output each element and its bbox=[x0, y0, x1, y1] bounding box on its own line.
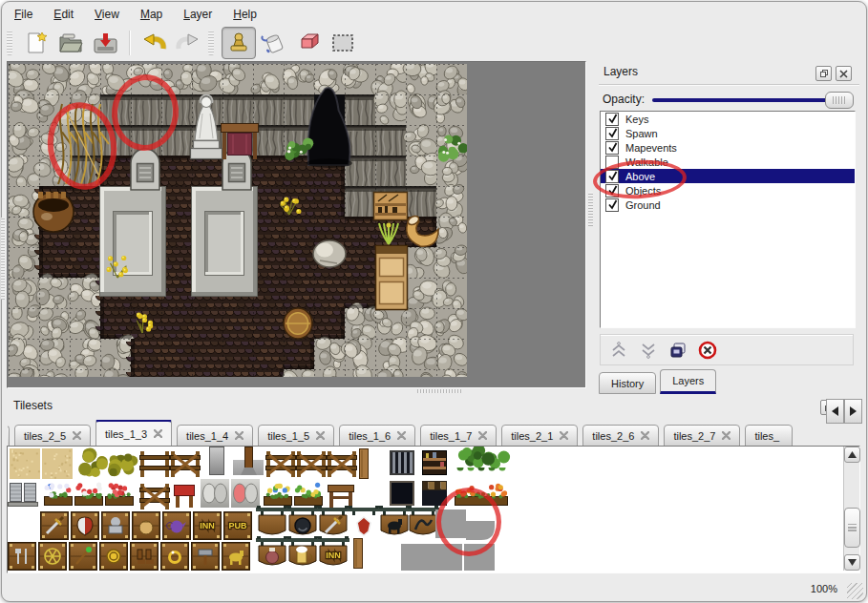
tilesets-panel: Tilesets tiles_2_5tiles_1_3tiles_1_4tile… bbox=[4, 395, 862, 574]
tileset-scrollbar[interactable] bbox=[843, 447, 859, 571]
layers-panel-float-button[interactable] bbox=[815, 66, 832, 81]
menu-mnemonic: M bbox=[140, 8, 150, 21]
close-tab-icon[interactable] bbox=[722, 431, 730, 440]
divider bbox=[599, 84, 859, 86]
layer-buttons-frame bbox=[600, 334, 854, 365]
redo-button[interactable] bbox=[172, 28, 204, 58]
layer-name-label: Mapevents bbox=[625, 142, 677, 154]
tileset-tab-label: tiles_2_1 bbox=[511, 430, 553, 442]
tileset-tab-tiles_1_3[interactable]: tiles_1_3 bbox=[95, 420, 172, 447]
layer-name-label: Keys bbox=[625, 114, 648, 125]
tileset-tab-tiles_1_6[interactable]: tiles_1_6 bbox=[339, 425, 415, 447]
close-tab-icon[interactable] bbox=[478, 431, 487, 440]
duplicate-layer-button[interactable] bbox=[667, 340, 688, 361]
open-map-button[interactable] bbox=[54, 28, 87, 58]
fill-tool-button[interactable] bbox=[258, 28, 290, 58]
open-folder-icon bbox=[57, 31, 84, 54]
menu-help[interactable]: Help bbox=[224, 5, 265, 24]
tileset-canvas[interactable] bbox=[8, 447, 842, 571]
close-tab-icon[interactable] bbox=[73, 431, 81, 440]
map-canvas[interactable] bbox=[9, 64, 467, 377]
splitter-grip bbox=[417, 389, 461, 393]
close-tab-icon[interactable] bbox=[641, 431, 649, 440]
left-edge-grip[interactable] bbox=[1, 218, 5, 300]
layer-row-ground[interactable]: Ground bbox=[601, 198, 855, 212]
layer-row-walkable[interactable]: Walkable bbox=[601, 155, 855, 169]
tileset-tab-tiles_2_5[interactable]: tiles_2_5 bbox=[14, 425, 91, 447]
save-map-button[interactable] bbox=[89, 28, 121, 58]
close-tab-icon[interactable] bbox=[154, 429, 162, 438]
layer-visibility-checkbox[interactable] bbox=[605, 113, 619, 126]
layer-visibility-checkbox[interactable] bbox=[605, 156, 619, 169]
opacity-label: Opacity: bbox=[603, 93, 645, 106]
menu-mnemonic: L bbox=[183, 8, 190, 21]
check-icon bbox=[607, 199, 618, 210]
tab-scroll-right-button[interactable] bbox=[844, 399, 862, 424]
toolbar bbox=[4, 27, 864, 59]
layer-row-spawn[interactable]: Spawn bbox=[601, 126, 855, 140]
panel-tab-history[interactable]: History bbox=[599, 372, 656, 394]
menu-map[interactable]: Map bbox=[132, 5, 171, 24]
move-layer-down-button[interactable] bbox=[638, 340, 659, 361]
menu-mnemonic: E bbox=[53, 8, 61, 21]
layer-row-above[interactable]: Above bbox=[601, 169, 855, 183]
layer-row-mapevents[interactable]: Mapevents bbox=[601, 140, 855, 155]
move-layer-up-button[interactable] bbox=[608, 340, 629, 361]
scroll-down-button[interactable] bbox=[844, 554, 860, 571]
layers-panel-close-button[interactable] bbox=[836, 66, 852, 81]
tileset-tab-tiles_2_6[interactable]: tiles_2_6 bbox=[582, 425, 659, 447]
menu-file[interactable]: File bbox=[6, 5, 41, 24]
close-tab-icon[interactable] bbox=[316, 431, 325, 440]
stamp-tool-button[interactable] bbox=[222, 27, 256, 59]
tileset-view bbox=[7, 446, 860, 573]
map-viewport bbox=[7, 61, 586, 388]
arrow-right-icon bbox=[850, 406, 857, 416]
menu-layer[interactable]: Layer bbox=[175, 5, 221, 24]
selection-icon bbox=[331, 33, 354, 52]
opacity-slider-handle[interactable] bbox=[825, 92, 854, 109]
tileset-tab-tiles_1_7[interactable]: tiles_1_7 bbox=[420, 425, 497, 447]
scrollbar-thumb[interactable] bbox=[844, 508, 860, 548]
toolbar-drag-handle[interactable] bbox=[208, 31, 214, 55]
splitter-grip bbox=[588, 192, 593, 226]
eraser-tool-button[interactable] bbox=[292, 28, 325, 58]
tileset-tab-tiles[interactable]: tiles_ bbox=[745, 425, 793, 447]
horizontal-splitter[interactable] bbox=[7, 387, 584, 395]
scroll-up-button[interactable] bbox=[844, 447, 860, 463]
vertical-splitter[interactable] bbox=[585, 61, 597, 386]
layer-visibility-checkbox[interactable] bbox=[605, 184, 619, 198]
close-tab-icon[interactable] bbox=[235, 431, 243, 440]
tab-scroll-left-button[interactable] bbox=[826, 399, 844, 424]
undo-button[interactable] bbox=[138, 28, 170, 58]
duplicate-icon bbox=[668, 341, 688, 360]
resize-grip[interactable] bbox=[847, 583, 863, 599]
opacity-slider[interactable] bbox=[652, 91, 854, 108]
layer-visibility-checkbox[interactable] bbox=[605, 141, 619, 155]
select-tool-button[interactable] bbox=[327, 28, 359, 58]
menu-mnemonic: F bbox=[14, 8, 21, 21]
tileset-tab-tiles_2_1[interactable]: tiles_2_1 bbox=[501, 425, 578, 447]
tileset-tab-tiles_1_4[interactable]: tiles_1_4 bbox=[177, 425, 253, 447]
check-icon bbox=[607, 114, 618, 124]
layer-row-objects[interactable]: Objects bbox=[601, 183, 855, 198]
stamp-icon bbox=[227, 31, 250, 54]
layer-visibility-checkbox[interactable] bbox=[605, 198, 619, 212]
tab-partial[interactable] bbox=[8, 426, 10, 447]
tileset-tab-tiles_1_5[interactable]: tiles_1_5 bbox=[258, 425, 334, 447]
undo-arrow-icon bbox=[140, 31, 167, 54]
tileset-tab-tiles_2_7[interactable]: tiles_2_7 bbox=[664, 425, 740, 447]
layer-visibility-checkbox[interactable] bbox=[605, 127, 619, 140]
panel-tab-layers[interactable]: Layers bbox=[660, 369, 716, 394]
menu-view[interactable]: View bbox=[86, 5, 128, 24]
new-map-button[interactable] bbox=[20, 28, 53, 58]
delete-layer-button[interactable] bbox=[697, 340, 718, 361]
tileset-tab-bar: tiles_2_5tiles_1_3tiles_1_4tiles_1_5tile… bbox=[8, 420, 860, 447]
layer-row-keys[interactable]: Keys bbox=[601, 112, 855, 126]
save-icon bbox=[93, 31, 118, 54]
close-tab-icon[interactable] bbox=[560, 431, 568, 440]
close-tab-icon[interactable] bbox=[397, 431, 406, 440]
zoom-level-label: 100% bbox=[811, 583, 837, 594]
check-icon bbox=[607, 128, 618, 138]
layer-visibility-checkbox[interactable] bbox=[605, 170, 619, 183]
menu-edit[interactable]: Edit bbox=[45, 5, 82, 24]
